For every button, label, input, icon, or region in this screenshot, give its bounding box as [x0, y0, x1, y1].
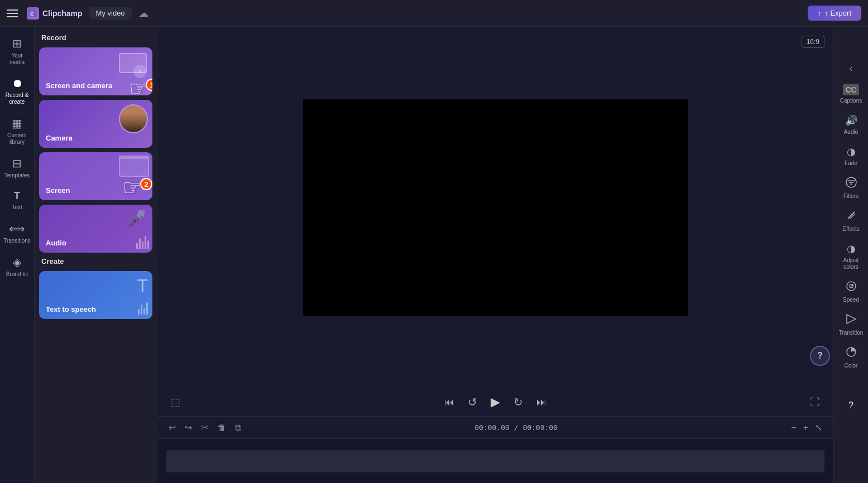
timeline-track: [166, 450, 824, 472]
right-item-effects[interactable]: Effects: [836, 205, 867, 237]
svg-marker-11: [847, 315, 856, 323]
audio-card[interactable]: 🎤 Audio: [39, 205, 152, 253]
text-to-speech-card[interactable]: T Text to speech: [39, 271, 152, 319]
timeline[interactable]: [157, 438, 833, 483]
sidebar-item-transitions[interactable]: ⟺ Transitions: [2, 218, 33, 249]
speed-icon: [846, 281, 857, 294]
cursor-hand-1: ☞: [129, 76, 148, 95]
fade-icon: ◑: [847, 146, 856, 158]
app-name: Clipchamp: [42, 9, 83, 18]
captions-label: Captions: [840, 98, 862, 104]
screen-and-camera-card[interactable]: ☞ 1 › Screen and camera: [39, 47, 152, 95]
mic-decoration: 🎤: [127, 209, 147, 228]
export-button[interactable]: ↑ ↑ Export: [808, 6, 861, 21]
duplicate-button[interactable]: ⧉: [233, 421, 243, 435]
transition-label: Transition: [839, 330, 864, 336]
sidebar-item-content-library[interactable]: ▦ Content library: [2, 112, 33, 150]
speed-label: Speed: [843, 297, 859, 303]
fade-label: Fade: [845, 160, 857, 167]
sidebar-label-text: Text: [12, 204, 22, 211]
timeline-toolbar: ↩ ↪ ✂ 🗑 ⧉ 00:00.00 / 00:00:00 − + ⤡: [157, 416, 833, 438]
text-to-speech-label: Text to speech: [46, 305, 96, 313]
audio-label: Audio: [46, 239, 66, 247]
content-library-icon: ▦: [12, 117, 22, 130]
tts-wave-decoration: [138, 302, 148, 315]
zoom-in-button[interactable]: +: [801, 421, 811, 435]
screen-cam-arrow: ›: [133, 65, 147, 78]
cloud-save-icon: ☁: [138, 7, 148, 20]
help-floating-button[interactable]: ?: [810, 346, 830, 366]
play-button[interactable]: ▶: [488, 393, 502, 412]
sidebar-item-text[interactable]: T Text: [2, 186, 33, 215]
effects-icon: [846, 210, 857, 224]
main-layout: ⊞ Your media ⏺ Record & create ▦ Content…: [0, 27, 868, 483]
sidebar-item-record-create[interactable]: ⏺ Record & create: [2, 73, 33, 110]
right-item-adjust-colors[interactable]: ◑ Adjust colors: [836, 238, 867, 275]
video-preview-container: 16:9: [157, 27, 833, 388]
zoom-out-button[interactable]: −: [789, 421, 798, 435]
skip-back-button[interactable]: ⏮: [442, 394, 457, 410]
sidebar-right: ‹ CC Captions 🔊 Audio ◑ Fade Filters Eff…: [833, 27, 868, 483]
right-item-filters[interactable]: Filters: [836, 172, 867, 204]
effects-label: Effects: [842, 226, 859, 233]
adjust-colors-label: Adjust colors: [838, 257, 865, 271]
time-total: 00:00:00: [522, 423, 558, 432]
undo-button[interactable]: ↩: [166, 420, 178, 435]
sidebar-item-your-media[interactable]: ⊞ Your media: [2, 32, 33, 70]
record-icon: ⏺: [12, 77, 23, 90]
time-separator: /: [514, 423, 523, 432]
screen-and-camera-label: Screen and camera: [46, 81, 112, 90]
right-item-speed[interactable]: Speed: [836, 276, 867, 308]
svg-text:C: C: [30, 11, 34, 17]
right-item-transition[interactable]: Transition: [836, 309, 867, 341]
zoom-controls: − + ⤡: [789, 420, 824, 435]
subtitle-toggle-button[interactable]: ⬚: [169, 394, 183, 410]
cursor-hand-2: ☞: [122, 175, 142, 200]
forward-button[interactable]: ↻: [511, 393, 525, 411]
fullscreen-button[interactable]: ⛶: [808, 394, 822, 410]
right-item-color[interactable]: Color: [836, 342, 867, 374]
video-title[interactable]: My video: [89, 7, 132, 20]
help-button[interactable]: ?: [848, 400, 853, 410]
media-icon: ⊞: [12, 37, 22, 50]
help-icon: ?: [817, 351, 823, 361]
tts-decoration: T: [137, 276, 148, 296]
right-item-audio[interactable]: 🔊 Audio: [836, 110, 867, 140]
fit-button[interactable]: ⤡: [813, 420, 824, 435]
adjust-colors-icon: ◑: [847, 243, 856, 255]
sidebar-label-templates: Templates: [4, 172, 30, 179]
record-section-title: Record: [39, 33, 152, 42]
skip-forward-button[interactable]: ⏭: [534, 394, 549, 410]
right-item-fade[interactable]: ◑ Fade: [836, 141, 867, 171]
export-label: ↑ Export: [824, 9, 851, 17]
menu-button[interactable]: [7, 7, 20, 20]
app-logo: C Clipchamp: [27, 7, 83, 20]
video-controls: ⬚ ⏮ ↺ ▶ ↻ ⏭ ⛶: [157, 388, 833, 416]
color-label: Color: [845, 363, 858, 369]
scissors-button[interactable]: ✂: [199, 420, 210, 435]
audio-right-label: Audio: [844, 129, 859, 136]
sidebar-item-brand-kit[interactable]: ◈ Brand kit: [2, 251, 33, 282]
delete-button[interactable]: 🗑: [215, 421, 228, 435]
cursor-badge-2: 2: [140, 178, 152, 190]
captions-icon: CC: [843, 84, 859, 95]
timeline-time-display: 00:00.00 / 00:00:00: [248, 423, 784, 432]
screen-decoration: [119, 156, 149, 177]
camera-label: Camera: [46, 134, 73, 142]
aspect-ratio-badge[interactable]: 16:9: [802, 36, 824, 48]
screen-card[interactable]: ☞ 2 Screen: [39, 152, 152, 200]
filters-label: Filters: [843, 193, 859, 200]
sidebar-label-your-media: Your media: [4, 52, 31, 66]
redo-button[interactable]: ↪: [183, 420, 194, 435]
camera-decoration: [119, 104, 148, 133]
record-panel: Record ☞ 1 › Screen and camera Camera: [35, 27, 157, 483]
camera-card[interactable]: Camera: [39, 100, 152, 148]
collapse-right-sidebar-button[interactable]: ‹: [845, 58, 857, 79]
right-item-captions[interactable]: CC Captions: [836, 80, 867, 109]
audio-wave-decoration: [136, 236, 149, 249]
sidebar-item-templates[interactable]: ⊟ Templates: [2, 152, 33, 183]
text-icon: T: [14, 190, 20, 202]
logo-icon: C: [27, 7, 39, 20]
rewind-button[interactable]: ↺: [466, 393, 479, 411]
center-area: 16:9 ⬚ ⏮ ↺ ▶ ↻ ⏭ ⛶ ↩ ↪ ✂ 🗑 ⧉ 00:00.00 / …: [157, 27, 833, 483]
